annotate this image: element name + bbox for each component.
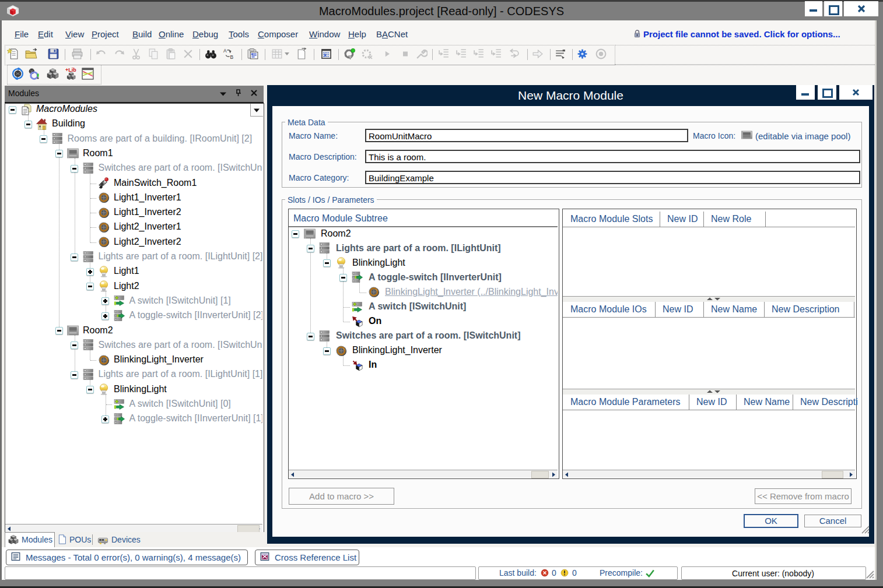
- svg-text:+Lib: +Lib: [65, 68, 76, 73]
- svg-text:A: A: [223, 48, 227, 54]
- svg-text:B: B: [230, 54, 234, 60]
